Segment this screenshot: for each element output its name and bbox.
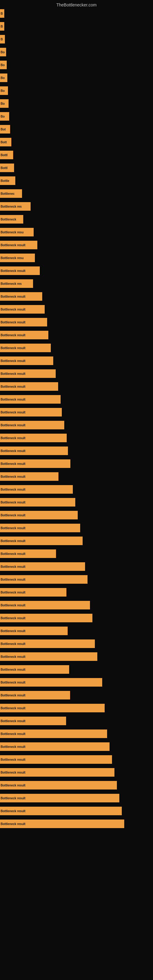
bar: Bottleneck result: [0, 640, 95, 648]
bar: Bo: [0, 99, 9, 108]
bar-label: Bottleneck result: [1, 616, 26, 620]
bar: Bottleneck result: [0, 819, 124, 828]
bar: Bottleneck result: [0, 536, 83, 545]
bar-label: Bot: [1, 128, 6, 131]
bar: Bottleneck result: [0, 434, 67, 442]
bar-row: Bottleneck resu: [0, 228, 153, 236]
bar: Bottleneck result: [0, 511, 78, 519]
bar-row: Bottleneck result: [0, 241, 153, 249]
bar-label: Bottleneck result: [1, 334, 26, 337]
bar-label: Bo: [1, 76, 5, 80]
bar-label: Bottleneck result: [1, 629, 26, 633]
bar-label: Bo: [1, 102, 5, 105]
bar: Bottleneck result: [0, 588, 66, 597]
bar-row: Bottleneck result: [0, 781, 153, 789]
bar-row: Bottleneck result: [0, 742, 153, 751]
bar: Bottleneck result: [0, 485, 73, 494]
bar: Bottleneck result: [0, 447, 68, 455]
bar-label: Bottleneck result: [1, 436, 26, 440]
bar-label: Bottleneck result: [1, 591, 26, 594]
bar-label: Bottleneck result: [1, 668, 26, 671]
bar-row: Bottleneck res: [0, 202, 153, 211]
bar: Bottleneck res: [0, 202, 30, 211]
bar-row: Bottleneck result: [0, 421, 153, 430]
bar: Bottleneck result: [0, 601, 90, 609]
bar-label: Bottleneck result: [1, 784, 26, 787]
bar-row: Bottleneck result: [0, 305, 153, 313]
bar-label: Bottleneck result: [1, 475, 26, 478]
bar-label: B: [1, 25, 3, 28]
bar-row: Bottleneck res: [0, 279, 153, 288]
bar-row: Bottleneck result: [0, 408, 153, 417]
bar-label: Bo: [1, 89, 5, 92]
bar-label: Bottleneck result: [1, 321, 26, 324]
bar-label: Bottleneck result: [1, 706, 26, 710]
bar-label: Bottleneck result: [1, 372, 26, 375]
bar: Bottleneck result: [0, 627, 68, 635]
bar: Bottleneck result: [0, 498, 75, 506]
bar: Bottleneck result: [0, 562, 85, 571]
bar-row: Bottlenec: [0, 189, 153, 198]
bar: Bottleneck result: [0, 241, 37, 249]
bar: Bottleneck result: [0, 755, 112, 764]
bar-row: Bottleneck resu: [0, 254, 153, 262]
bar-label: Bottleneck result: [1, 462, 26, 466]
bar-row: Bottleneck result: [0, 588, 153, 597]
bar: Bottleneck result: [0, 369, 56, 378]
bar-row: Bo: [0, 86, 153, 95]
bar-row: Bottleneck result: [0, 292, 153, 301]
bar-row: B: [0, 9, 153, 18]
bar: Bottleneck result: [0, 356, 53, 365]
bar: Bottleneck result: [0, 652, 97, 661]
bar: Bottleneck res: [0, 279, 33, 288]
bar-label: Bottleneck result: [1, 797, 26, 800]
bar-label: Bottleneck result: [1, 719, 26, 723]
bar: Bottleneck result: [0, 717, 66, 725]
bar: Bo: [0, 48, 6, 56]
bar-label: Bottlenec: [1, 192, 15, 196]
bar: Bottleneck result: [0, 305, 45, 313]
bar-row: Bottleneck result: [0, 575, 153, 584]
bar-row: B: [0, 22, 153, 30]
bar-row: Bo: [0, 60, 153, 69]
bar-label: Bottleneck: [1, 218, 16, 221]
bar-row: Bottleneck result: [0, 678, 153, 687]
bar: Bot: [0, 125, 10, 134]
bar-label: Bottleneck result: [1, 822, 26, 826]
bar: Bottleneck result: [0, 331, 48, 339]
bar: Bottlenec: [0, 189, 22, 198]
bar: Bottleneck result: [0, 794, 120, 802]
bar-row: Bottleneck result: [0, 536, 153, 545]
bar-row: Bottl: [0, 151, 153, 159]
bar-label: Bottleneck result: [1, 681, 26, 684]
bar-row: Bottleneck result: [0, 640, 153, 648]
bar-row: Bo: [0, 73, 153, 82]
bar: B: [0, 35, 5, 43]
bar: Bottleneck result: [0, 549, 56, 558]
bar: Bottleneck result: [0, 266, 40, 275]
bar-row: Bottleneck result: [0, 601, 153, 609]
bar-label: Bo: [1, 64, 5, 67]
bar: Bottleneck result: [0, 408, 62, 417]
bar-row: Bo: [0, 48, 153, 56]
bar-label: Bottleneck result: [1, 527, 26, 530]
bar: Bottleneck result: [0, 344, 51, 352]
bar: Bottleneck result: [0, 807, 122, 815]
bar-row: Bo: [0, 99, 153, 108]
bar-label: Bottleneck result: [1, 578, 26, 581]
bars-container: BBBBoBoBoBoBoBoBotBottBottlBottlBottleBo…: [0, 9, 153, 828]
bar-label: Bottleneck res: [1, 282, 22, 285]
bar: Bottleneck resu: [0, 228, 33, 236]
bar-label: Bottleneck result: [1, 694, 26, 697]
bar-label: B: [1, 38, 3, 41]
bar: Bottleneck result: [0, 421, 64, 430]
bar-label: Bottleneck result: [1, 655, 26, 659]
bar-row: Bottleneck result: [0, 524, 153, 532]
bar-row: Bottleneck result: [0, 768, 153, 776]
site-title: TheBottlenecker.com: [56, 2, 97, 7]
bar-row: Bottleneck result: [0, 691, 153, 700]
bar-row: Bottleneck result: [0, 665, 153, 674]
bar-label: Bottle: [1, 179, 9, 183]
bar-row: Bottleneck result: [0, 730, 153, 738]
bar-label: Bottleneck result: [1, 501, 26, 504]
